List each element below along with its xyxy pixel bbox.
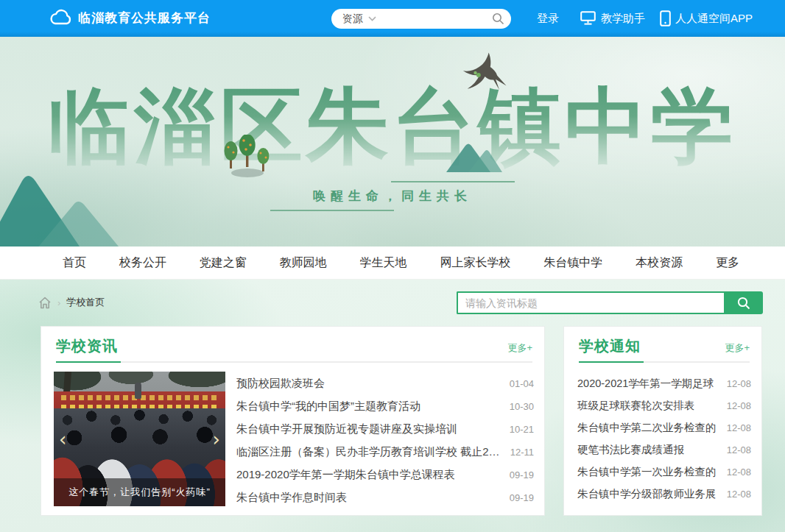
news-item[interactable]: 朱台镇中学开展预防近视专题讲座及实操培训 10-21 — [236, 418, 534, 441]
news-item-date: 10-30 — [510, 401, 534, 412]
school-name-title: 临淄区朱台镇中学 — [0, 75, 785, 178]
page: 临淄教育公共服务平台 资源 登录 教学助手 人人通空间APP 临淄区朱台镇中学 — [0, 0, 785, 532]
main-navigation: 首页 校务公开 党建之窗 教师园地 学生天地 网上家长学校 朱台镇中学 本校资源… — [0, 247, 785, 280]
notice-item[interactable]: 朱台镇中学第二次业务检查的 12-08 — [577, 416, 751, 439]
nav-item-party-window[interactable]: 党建之窗 — [200, 255, 247, 271]
search-icon — [737, 297, 750, 310]
nav-item-school-affairs[interactable]: 校务公开 — [119, 255, 166, 271]
top-header-bar: 临淄教育公共服务平台 资源 登录 教学助手 人人通空间APP — [0, 0, 785, 37]
header-search-box[interactable]: 资源 — [331, 9, 511, 29]
large-mountain-illustration — [0, 168, 133, 247]
breadcrumb-separator: › — [57, 297, 60, 308]
news-item-date: 01-04 — [510, 378, 534, 389]
news-item[interactable]: 临淄区注册（备案）民办非学历教育培训学校 截止2019 12-11 — [236, 441, 534, 464]
news-item[interactable]: 朱台镇中学作息时间表 09-19 — [236, 486, 534, 509]
search-scope-select[interactable]: 资源 — [342, 13, 363, 26]
notice-item-date: 12-08 — [727, 467, 751, 478]
notice-title-rule — [579, 361, 750, 363]
swallow-bird-icon — [459, 52, 513, 94]
news-title-rule — [56, 361, 532, 363]
article-search-input[interactable] — [457, 291, 724, 314]
nav-item-zhutai-middle-school[interactable]: 朱台镇中学 — [543, 255, 602, 271]
breadcrumb-current: 学校首页 — [66, 296, 105, 309]
monitor-icon — [580, 11, 596, 25]
slogan-line-top — [391, 181, 515, 182]
slogan-line-bottom — [270, 210, 394, 211]
phone-icon — [660, 10, 671, 26]
article-search-button[interactable] — [724, 291, 763, 314]
school-notice-panel: 学校通知 更多+ 2020-2021学年第一学期足球 12-08 班级足球联赛轮… — [563, 326, 762, 516]
hero-banner: 临淄区朱台镇中学 唤醒生命，同生共长 — [0, 37, 785, 247]
nav-item-school-resources[interactable]: 本校资源 — [636, 255, 683, 271]
news-item-title: 预防校园欺凌班会 — [236, 377, 501, 391]
notice-item-title: 硬笔书法比赛成绩通报 — [577, 443, 718, 457]
news-item-title: 临淄区注册（备案）民办非学历教育培训学校 截止2019 — [236, 445, 501, 459]
news-item[interactable]: 朱台镇中学“我的中国梦”主题教育活动 10-30 — [236, 395, 534, 418]
slogan-text: 唤醒生命，同生共长 — [270, 188, 515, 205]
nav-item-student-world[interactable]: 学生天地 — [360, 255, 407, 271]
news-item-title: 朱台镇中学作息时间表 — [236, 491, 501, 505]
trees-illustration — [218, 135, 275, 186]
notice-item-date: 12-08 — [727, 422, 751, 433]
news-item-date: 10-21 — [510, 424, 534, 435]
search-icon[interactable] — [492, 13, 504, 25]
carousel-next-button[interactable]: › — [213, 430, 220, 449]
notice-item-date: 12-08 — [727, 444, 751, 455]
news-item[interactable]: 2019-2020学年第一学期朱台镇中学总课程表 09-19 — [236, 464, 534, 486]
teaching-assistant-link[interactable]: 教学助手 — [601, 0, 645, 37]
breadcrumb: › 学校首页 — [38, 293, 105, 312]
news-item[interactable]: 预防校园欺凌班会 01-04 — [236, 372, 534, 395]
cloud-logo-icon — [49, 7, 72, 29]
nav-item-online-parent-school[interactable]: 网上家长学校 — [440, 255, 510, 271]
notice-item-date: 12-08 — [727, 378, 751, 389]
chevron-down-icon — [368, 16, 376, 21]
news-more-link[interactable]: 更多+ — [507, 341, 532, 355]
carousel-caption: 这个春节，让我们告别“火药味” — [54, 478, 225, 506]
news-panel-title: 学校资讯 — [56, 336, 118, 356]
notice-item[interactable]: 朱台镇中学分级部教师业务展 12-08 — [577, 483, 751, 505]
nav-item-home[interactable]: 首页 — [63, 255, 86, 271]
notice-item-date: 12-08 — [727, 400, 751, 411]
small-mountain-illustration — [446, 141, 502, 172]
notice-item[interactable]: 2020-2021学年第一学期足球 12-08 — [577, 372, 751, 394]
platform-title: 临淄教育公共服务平台 — [78, 0, 211, 37]
notice-item-title: 2020-2021学年第一学期足球 — [577, 377, 718, 391]
news-list: 预防校园欺凌班会 01-04 朱台镇中学“我的中国梦”主题教育活动 10-30 … — [236, 372, 534, 509]
news-carousel[interactable]: 这个春节，让我们告别“火药味” ‹ › — [54, 372, 225, 506]
news-item-title: 2019-2020学年第一学期朱台镇中学总课程表 — [236, 468, 501, 482]
notice-panel-title: 学校通知 — [579, 336, 641, 356]
notice-item-title: 班级足球联赛轮次安排表 — [577, 399, 718, 413]
nav-item-teacher-garden[interactable]: 教师园地 — [280, 255, 327, 271]
news-item-date: 09-19 — [510, 469, 534, 480]
banner-slogan: 唤醒生命，同生共长 — [270, 181, 515, 211]
notice-item[interactable]: 朱台镇中学第一次业务检查的 12-08 — [577, 461, 751, 483]
login-link[interactable]: 登录 — [537, 0, 559, 37]
news-item-date: 09-19 — [510, 492, 534, 503]
nav-item-more[interactable]: 更多 — [716, 255, 739, 271]
app-link[interactable]: 人人通空间APP — [675, 0, 753, 37]
news-item-date: 12-11 — [510, 447, 534, 458]
notice-item-title: 朱台镇中学第二次业务检查的 — [577, 421, 718, 435]
notice-item[interactable]: 班级足球联赛轮次安排表 12-08 — [577, 394, 751, 416]
news-item-title: 朱台镇中学“我的中国梦”主题教育活动 — [236, 400, 501, 414]
carousel-prev-button[interactable]: ‹ — [59, 430, 66, 449]
school-news-panel: 学校资讯 更多+ 这个春节，让我们告别“火药味” ‹ › 预防校园欺凌班会 01… — [41, 326, 545, 516]
notice-item-date: 12-08 — [727, 489, 751, 500]
home-icon[interactable] — [38, 297, 52, 309]
notice-list: 2020-2021学年第一学期足球 12-08 班级足球联赛轮次安排表 12-0… — [577, 372, 751, 505]
notice-more-link[interactable]: 更多+ — [725, 341, 750, 355]
notice-item-title: 朱台镇中学第一次业务检查的 — [577, 465, 718, 479]
notice-item-title: 朱台镇中学分级部教师业务展 — [577, 487, 718, 501]
photo-speaker-figure — [135, 383, 141, 399]
notice-item[interactable]: 硬笔书法比赛成绩通报 12-08 — [577, 439, 751, 461]
article-search-bar — [457, 291, 763, 314]
news-item-title: 朱台镇中学开展预防近视专题讲座及实操培训 — [236, 422, 501, 436]
